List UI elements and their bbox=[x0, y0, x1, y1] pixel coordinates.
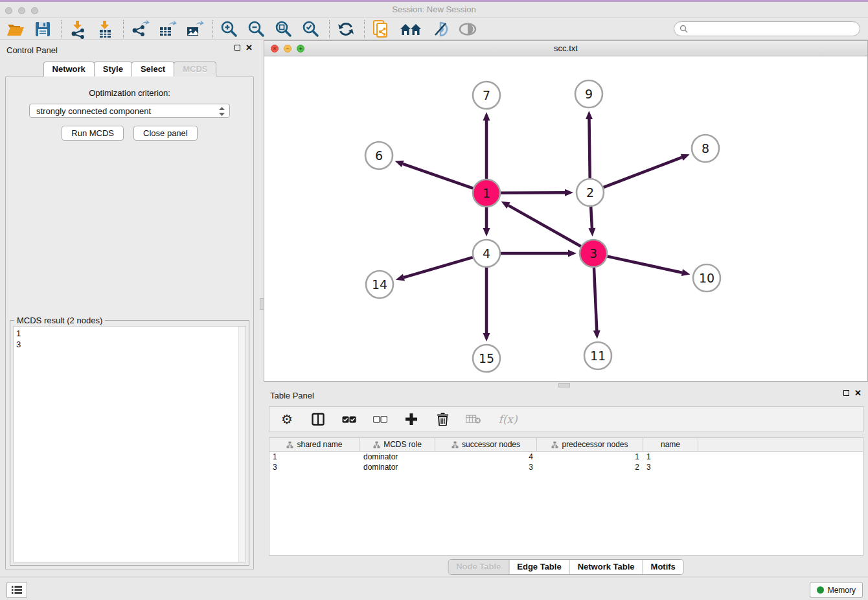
tab-motifs[interactable]: Motifs bbox=[643, 560, 683, 574]
float-panel-icon[interactable] bbox=[843, 390, 849, 396]
node-15[interactable]: 15 bbox=[473, 345, 500, 372]
edge-1-4[interactable] bbox=[483, 207, 490, 237]
network-canvas[interactable]: 1234678910111415 bbox=[264, 56, 867, 381]
first-neighbors-icon[interactable] bbox=[398, 19, 424, 39]
column-header-successor-nodes[interactable]: successor nodes bbox=[435, 438, 537, 451]
export-image-icon[interactable] bbox=[184, 19, 205, 39]
edge-4-15[interactable] bbox=[483, 268, 490, 341]
clone-network-icon[interactable] bbox=[371, 19, 391, 39]
deselect-all-icon[interactable] bbox=[372, 411, 389, 428]
memory-button[interactable]: Memory bbox=[810, 582, 863, 598]
settings-icon[interactable]: ⚙ bbox=[279, 411, 295, 428]
cell-name[interactable]: 1 bbox=[643, 452, 698, 462]
cell-name[interactable]: 3 bbox=[643, 462, 698, 472]
tab-mcds[interactable]: MCDS bbox=[174, 62, 216, 76]
cell-successor-nodes[interactable]: 4 bbox=[435, 452, 537, 462]
mcds-result-text[interactable]: 1 3 bbox=[16, 328, 236, 560]
select-stepper-icon bbox=[218, 106, 225, 119]
svg-text:7: 7 bbox=[483, 88, 490, 102]
zoom-fit-icon[interactable] bbox=[273, 19, 294, 39]
zoom-in-icon[interactable] bbox=[219, 19, 240, 39]
search-field[interactable] bbox=[674, 21, 860, 36]
float-panel-icon[interactable] bbox=[234, 45, 240, 51]
column-header-shared-name[interactable]: shared name bbox=[269, 438, 360, 451]
table-row[interactable]: 3dominator323 bbox=[269, 462, 863, 472]
divider-grip[interactable] bbox=[558, 383, 570, 387]
node-9[interactable]: 9 bbox=[575, 80, 602, 108]
table-row[interactable]: 1dominator411 bbox=[269, 452, 863, 462]
edge-2-8[interactable] bbox=[604, 154, 690, 187]
node-table[interactable]: shared nameMCDS rolesuccessor nodesprede… bbox=[269, 437, 863, 556]
cell-shared-name[interactable]: 3 bbox=[269, 462, 360, 472]
mcds-result-area[interactable]: 1 3 bbox=[13, 326, 246, 562]
node-10[interactable]: 10 bbox=[693, 264, 720, 292]
open-session-icon[interactable] bbox=[5, 19, 26, 39]
edge-1-6[interactable] bbox=[395, 161, 474, 189]
node-7[interactable]: 7 bbox=[473, 82, 500, 109]
edge-2-9[interactable] bbox=[586, 111, 593, 178]
task-history-button[interactable] bbox=[6, 582, 27, 598]
optimization-criterion-select[interactable]: strongly connected component bbox=[29, 104, 230, 118]
export-network-icon[interactable] bbox=[130, 19, 150, 39]
edge-3-11[interactable] bbox=[593, 268, 600, 339]
close-panel-icon[interactable]: ✕ bbox=[854, 390, 862, 396]
zoom-selected-icon[interactable] bbox=[301, 19, 321, 39]
delete-column-icon[interactable] bbox=[434, 411, 451, 428]
cell-successor-nodes[interactable]: 3 bbox=[435, 462, 537, 472]
node-6[interactable]: 6 bbox=[365, 142, 393, 169]
svg-text:9: 9 bbox=[585, 87, 593, 101]
node-2[interactable]: 2 bbox=[577, 179, 604, 206]
horizontal-split-divider[interactable] bbox=[264, 382, 868, 388]
tab-network-table[interactable]: Network Table bbox=[570, 560, 643, 574]
close-panel-button[interactable]: Close panel bbox=[133, 126, 198, 141]
search-icon bbox=[680, 25, 688, 33]
node-14[interactable]: 14 bbox=[366, 271, 393, 298]
control-panel: Control Panel ✕ NetworkStyleSelectMCDS O… bbox=[0, 40, 259, 577]
column-header-MCDS-role[interactable]: MCDS role bbox=[360, 438, 435, 451]
node-11[interactable]: 11 bbox=[584, 342, 611, 369]
select-all-icon[interactable] bbox=[341, 411, 358, 428]
save-session-icon[interactable] bbox=[32, 19, 53, 39]
result-scrollbar[interactable] bbox=[238, 327, 246, 562]
edge-4-3[interactable] bbox=[501, 250, 577, 257]
cell-MCDS-role[interactable]: dominator bbox=[360, 462, 435, 472]
edge-2-3[interactable] bbox=[588, 207, 595, 237]
vertical-split-divider[interactable] bbox=[259, 40, 264, 577]
column-header-name[interactable]: name bbox=[643, 438, 698, 451]
svg-text:6: 6 bbox=[375, 148, 383, 163]
close-panel-icon[interactable]: ✕ bbox=[246, 45, 253, 51]
tab-style[interactable]: Style bbox=[94, 62, 132, 76]
refresh-layout-icon[interactable] bbox=[336, 19, 356, 39]
column-header-predecessor-nodes[interactable]: predecessor nodes bbox=[537, 438, 643, 451]
edge-4-14[interactable] bbox=[396, 257, 473, 281]
edge-3-10[interactable] bbox=[607, 257, 690, 276]
cell-shared-name[interactable]: 1 bbox=[269, 452, 360, 462]
import-network-icon[interactable] bbox=[67, 19, 88, 39]
export-table-icon[interactable] bbox=[157, 19, 177, 39]
cell-MCDS-role[interactable]: dominator bbox=[360, 452, 435, 462]
hide-details-icon[interactable] bbox=[430, 19, 451, 39]
tab-select[interactable]: Select bbox=[131, 62, 174, 76]
add-column-icon[interactable] bbox=[403, 411, 420, 428]
mcds-result-group: MCDS result (2 nodes) 1 3 bbox=[10, 320, 249, 566]
node-4[interactable]: 4 bbox=[473, 240, 500, 267]
column-view-icon[interactable] bbox=[310, 411, 326, 428]
node-3[interactable]: 3 bbox=[580, 240, 607, 267]
run-mcds-button[interactable]: Run MCDS bbox=[62, 126, 124, 141]
tab-node-table[interactable]: Node Table bbox=[448, 560, 509, 574]
cell-predecessor-nodes[interactable]: 1 bbox=[537, 452, 643, 462]
svg-text:11: 11 bbox=[590, 349, 606, 363]
tab-network[interactable]: Network bbox=[43, 62, 95, 76]
zoom-out-icon[interactable] bbox=[246, 19, 267, 39]
network-window-titlebar[interactable]: × − + scc.txt bbox=[264, 41, 867, 56]
network-graph[interactable]: 1234678910111415 bbox=[264, 56, 867, 381]
tab-edge-table[interactable]: Edge Table bbox=[509, 560, 569, 574]
node-8[interactable]: 8 bbox=[692, 135, 719, 162]
edge-1-7[interactable] bbox=[483, 112, 490, 179]
import-table-icon[interactable] bbox=[95, 19, 115, 39]
cell-predecessor-nodes[interactable]: 2 bbox=[537, 462, 643, 472]
search-input[interactable] bbox=[691, 24, 860, 34]
node-1[interactable]: 1 bbox=[473, 179, 500, 207]
edge-3-1[interactable] bbox=[501, 202, 581, 246]
edge-1-2[interactable] bbox=[501, 189, 573, 196]
